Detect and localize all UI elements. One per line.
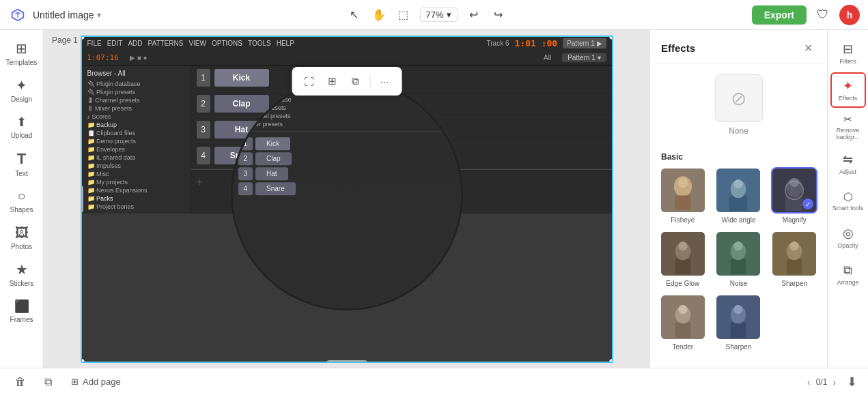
sidebar-item-text[interactable]: T Text xyxy=(3,146,41,181)
sidebar-item-opacity[interactable]: ◎ Opacity xyxy=(830,220,866,255)
svg-point-32 xyxy=(734,305,743,314)
svg-rect-22 xyxy=(787,259,802,275)
pan-tool-button[interactable]: ✋ xyxy=(368,4,390,26)
main-content: ⊞ Templates ✦ Design ⬆ Upload T Text ○ S… xyxy=(0,30,868,368)
resize-handle-top-right[interactable] xyxy=(609,35,613,40)
design-icon: ✦ xyxy=(16,77,27,93)
select-tool-button[interactable]: ↖ xyxy=(344,4,365,26)
svg-rect-26 xyxy=(675,323,691,338)
floating-toolbar: ⛶ ⊞ ⧉ ··· xyxy=(292,67,402,96)
svg-point-7 xyxy=(734,179,743,188)
svg-rect-30 xyxy=(731,323,746,338)
duplicate-page-button[interactable]: ⧉ xyxy=(38,372,57,392)
sharpen-thumb xyxy=(771,231,817,277)
shield-button[interactable]: 🛡 xyxy=(812,4,834,26)
frame-tool-button[interactable]: ⬚ xyxy=(393,4,415,26)
sidebar-item-adjust[interactable]: ⇋ Adjust xyxy=(830,146,866,181)
layout-button[interactable]: ⊞ xyxy=(322,71,342,91)
resize-handle-left[interactable] xyxy=(81,186,83,213)
fl-menubar: FILE EDIT ADD PATTERNS VIEW OPTIONS TOOL… xyxy=(82,37,612,50)
sidebar-item-smart-tools[interactable]: ⬡ Smart tools xyxy=(830,183,866,218)
trash-button[interactable]: 🗑 xyxy=(11,372,30,392)
logo[interactable] xyxy=(8,5,27,25)
edge-glow-label: Edge Glow xyxy=(666,280,699,287)
user-avatar[interactable]: h xyxy=(839,5,860,25)
magnify-effect-overlay: Browser - All ▾ 🔌 Plugin database 🔌 Plug… xyxy=(231,78,463,310)
templates-icon: ⊞ xyxy=(16,40,27,57)
effect-item-noise[interactable]: Noise xyxy=(714,231,764,287)
zoom-control[interactable]: 77% ▾ xyxy=(420,8,458,22)
sidebar-item-design[interactable]: ✦ Design xyxy=(3,72,41,108)
sidebar-item-upload[interactable]: ⬆ Upload xyxy=(3,109,41,145)
photos-icon: 🖼 xyxy=(15,225,29,241)
opacity-icon: ◎ xyxy=(843,226,854,241)
magnify-label: Magnify xyxy=(783,216,807,224)
add-page-button[interactable]: ⊞ Add page xyxy=(66,374,126,390)
export-button[interactable]: Export xyxy=(752,5,807,25)
effect-item-magnify[interactable]: ✓ Magnify xyxy=(770,167,819,224)
arrange-icon: ⧉ xyxy=(843,263,852,278)
more-button[interactable]: ··· xyxy=(374,71,395,91)
resize-handle-bottom-left[interactable] xyxy=(81,359,85,363)
document-title: Untitled image xyxy=(33,10,94,20)
sharpen2-label: Sharpen xyxy=(726,343,752,351)
title-chevron-icon[interactable]: ▾ xyxy=(97,10,101,20)
edge-glow-thumb xyxy=(660,231,706,277)
sidebar-item-remove-bg[interactable]: ✂ Remove backgr... xyxy=(830,109,866,145)
left-sidebar: ⊞ Templates ✦ Design ⬆ Upload T Text ○ S… xyxy=(0,30,44,368)
topbar-center: ↖ ✋ ⬚ 77% ▾ ↩ ↪ xyxy=(107,4,746,26)
sidebar-item-arrange[interactable]: ⧉ Arrange xyxy=(830,257,866,292)
effect-item-tender[interactable]: Tender xyxy=(658,294,708,351)
crop-button[interactable]: ⛶ xyxy=(298,71,319,91)
zoom-level: 77% xyxy=(426,10,444,20)
effect-item-edge-glow[interactable]: Edge Glow xyxy=(658,231,708,287)
sidebar-item-photos[interactable]: 🖼 Photos xyxy=(3,220,41,255)
tender-thumb xyxy=(660,294,706,340)
canvas-tools: ↖ ✋ ⬚ xyxy=(344,4,415,26)
svg-point-24 xyxy=(790,242,799,250)
svg-point-28 xyxy=(678,305,687,314)
redo-button[interactable]: ↪ xyxy=(488,4,509,26)
none-effect-box[interactable]: ⊘ xyxy=(715,74,763,122)
sidebar-item-templates[interactable]: ⊞ Templates xyxy=(3,35,41,71)
sidebar-item-frames[interactable]: ⬛ Frames xyxy=(3,293,41,329)
effect-item-sharpen2[interactable]: Sharpen xyxy=(714,294,764,351)
page-label: Page 1 xyxy=(52,35,78,45)
sidebar-item-shapes[interactable]: ○ Shapes xyxy=(3,183,41,218)
adjust-icon: ⇋ xyxy=(843,152,853,167)
svg-point-11 xyxy=(790,178,799,187)
undo-button[interactable]: ↩ xyxy=(463,4,485,26)
resize-handle-bottom[interactable] xyxy=(326,360,367,363)
effects-grid: Fisheye Wide angl xyxy=(650,164,827,359)
next-page-button[interactable]: › xyxy=(832,377,836,387)
text-icon: T xyxy=(17,150,26,168)
panel-close-button[interactable]: ✕ xyxy=(800,40,816,56)
sidebar-item-filters[interactable]: ⊟ Filters xyxy=(830,35,866,71)
topbar: Untitled image ▾ ↖ ✋ ⬚ 77% ▾ ↩ ↪ Export … xyxy=(0,0,868,30)
noise-thumb xyxy=(715,231,761,277)
duplicate-button[interactable]: ⧉ xyxy=(345,71,365,91)
topbar-right: Export 🛡 h xyxy=(752,4,860,26)
download-button[interactable]: ⬇ xyxy=(847,375,857,390)
resize-handle-bottom-right[interactable] xyxy=(609,359,613,363)
svg-point-20 xyxy=(734,242,743,250)
add-page-icon: ⊞ xyxy=(71,377,79,387)
resize-handle-top-left[interactable] xyxy=(81,35,85,40)
sharpen-label: Sharpen xyxy=(781,280,807,287)
panel-title: Effects xyxy=(661,42,695,54)
sidebar-item-stickers[interactable]: ★ Stickers xyxy=(3,257,41,292)
canvas-area[interactable]: Page 1 ⛶ ⊞ ⧉ ··· FILE EDIT ADD PATTERNS … xyxy=(44,30,649,368)
fisheye-label: Fisheye xyxy=(671,216,695,224)
tender-label: Tender xyxy=(673,343,694,351)
frames-icon: ⬛ xyxy=(14,299,29,314)
prev-page-button[interactable]: ‹ xyxy=(807,377,811,387)
svg-rect-14 xyxy=(675,259,691,275)
effect-item-fisheye[interactable]: Fisheye xyxy=(658,167,708,224)
sidebar-item-effects[interactable]: ✦ Effects xyxy=(830,72,866,108)
basic-section-label: Basic xyxy=(650,147,827,164)
effect-item-sharpen[interactable]: Sharpen xyxy=(770,231,819,287)
noise-label: Noise xyxy=(730,280,748,287)
effect-item-wide-angle[interactable]: Wide angle xyxy=(714,167,764,224)
zoom-chevron-icon: ▾ xyxy=(447,10,451,20)
shapes-icon: ○ xyxy=(17,188,25,204)
